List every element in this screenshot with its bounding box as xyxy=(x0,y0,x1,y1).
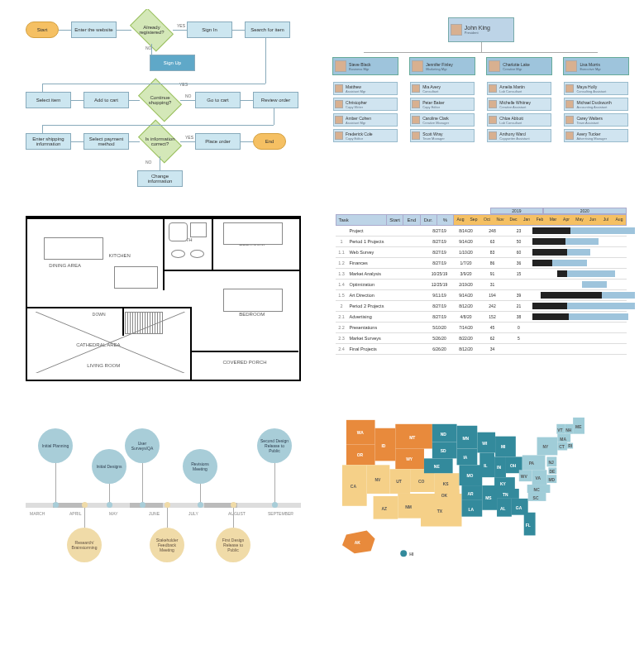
org-employee-box: Anthony WardCopywriter Assistant xyxy=(487,129,551,142)
svg-text:IL: IL xyxy=(484,464,487,468)
enter-website-step: Enter the website xyxy=(71,22,117,38)
select-item-step: Select item xyxy=(26,92,71,108)
timeline-month-label: SEPTEMBER xyxy=(268,511,293,516)
svg-text:NM: NM xyxy=(405,505,412,509)
svg-text:RI: RI xyxy=(568,445,573,449)
kitchen-label: KITCHEN xyxy=(109,253,131,258)
org-manager-box: Lisa MorrisExecutive Mgr xyxy=(563,57,629,75)
svg-text:CA: CA xyxy=(350,485,356,489)
svg-text:NY: NY xyxy=(542,446,549,450)
end-header: End xyxy=(403,215,420,225)
avatar xyxy=(565,100,574,108)
org-employee-box: Michael DuckworthAccounting Assistant xyxy=(564,98,628,111)
svg-text:NJ: NJ xyxy=(548,461,554,465)
avatar xyxy=(412,116,420,124)
org-employee-box: Mia AveryConsultant xyxy=(410,82,475,95)
gantt-row: 1.4Optimization12/25/192/19/2031 xyxy=(336,280,627,290)
svg-point-99 xyxy=(400,550,407,557)
timeline-event-bubble: Revisions Meeting xyxy=(183,449,217,484)
no-label-3: NO xyxy=(145,160,152,165)
avatar xyxy=(335,116,343,124)
gantt-month-header: Feb xyxy=(533,215,546,225)
svg-text:MA: MA xyxy=(560,437,566,442)
floor-plan-diagram: DINING AREA KITCHEN BATH BEDROOM BEDROOM… xyxy=(8,198,318,399)
timeline-event-bubble: Second Design Release to Public xyxy=(257,428,292,463)
svg-text:CT: CT xyxy=(559,446,565,450)
start-header: Start xyxy=(387,215,403,225)
svg-text:MS: MS xyxy=(485,496,492,500)
yes-label-3: YES xyxy=(185,135,193,140)
svg-text:OH: OH xyxy=(509,464,516,468)
svg-text:TN: TN xyxy=(502,493,508,497)
svg-text:UT: UT xyxy=(396,480,402,484)
svg-text:MO: MO xyxy=(466,474,473,478)
gantt-row: 1.1Web Survey8/27/191/10/208360 xyxy=(336,247,627,258)
timeline-month-label: JUNE xyxy=(149,511,160,516)
org-employee-box: Peter BakerCopy Editor xyxy=(410,98,475,111)
svg-text:CO: CO xyxy=(418,480,425,484)
svg-text:ME: ME xyxy=(575,425,582,429)
svg-text:AZ: AZ xyxy=(381,507,387,511)
org-employee-box: Scott WrayTeam Manager xyxy=(410,129,475,142)
avatar xyxy=(489,116,497,124)
gantt-row: 1Period 1 Projects8/27/199/14/206350 xyxy=(336,237,627,247)
avatar xyxy=(451,24,462,36)
end-terminal: End xyxy=(253,133,286,150)
svg-text:SC: SC xyxy=(532,496,538,500)
svg-text:KY: KY xyxy=(500,482,507,486)
svg-text:WY: WY xyxy=(406,457,413,461)
avatar xyxy=(565,116,574,124)
avatar xyxy=(412,131,420,140)
org-employee-box: Maya HollyConsulting Assistant xyxy=(564,82,628,95)
add-cart-step: Add to cart xyxy=(83,92,129,108)
sign-in-step: Sign In xyxy=(187,22,232,38)
svg-text:WI: WI xyxy=(482,442,488,446)
timeline-month-label: MARCH xyxy=(30,511,45,516)
gantt-row: 2.1Advertising8/27/194/8/2015238 xyxy=(336,312,627,323)
svg-text:MD: MD xyxy=(548,478,555,482)
start-terminal: Start xyxy=(26,22,59,38)
svg-text:KS: KS xyxy=(442,482,449,486)
org-employee-box: Avery TuckerAdvertising Manager xyxy=(564,129,628,142)
org-employee-box: Amelia MartinLab Consultant xyxy=(487,82,551,95)
gantt-month-header: Aug xyxy=(454,215,467,225)
avatar xyxy=(489,131,497,140)
timeline-event-bubble: User Surveys/QA xyxy=(125,428,160,463)
svg-text:VT: VT xyxy=(557,428,562,433)
cathedral-label: CATHEDRAL AREA xyxy=(76,342,120,347)
org-employee-box: Caroline ClarkCreative Manager xyxy=(410,113,475,127)
gantt-chart-diagram: 2019 2020 Task Start End Dur. % AugSepOc… xyxy=(327,198,637,364)
living-label: LIVING ROOM xyxy=(87,363,120,368)
org-manager-box: Jennifer FinleyMarketing Mgr xyxy=(409,57,475,75)
review-step: Review order xyxy=(253,92,298,108)
avatar xyxy=(335,100,343,108)
pct-header: % xyxy=(437,215,454,225)
org-employee-box: MatthewAssistant Mgr xyxy=(333,82,398,95)
svg-text:VA: VA xyxy=(535,476,541,480)
svg-text:AL: AL xyxy=(500,507,506,511)
org-employee-box: Frederick ColeCopy Editor xyxy=(333,129,398,142)
select-payment-step: Select payment method xyxy=(83,133,129,150)
change-info-step: Change information xyxy=(137,170,183,187)
timeline-month-label: AUGUST xyxy=(228,511,246,516)
org-employee-box: Michelle WhitneyCreative Assistant xyxy=(487,98,551,111)
gantt-month-header: Jul xyxy=(599,215,613,225)
svg-text:AK: AK xyxy=(354,541,360,545)
svg-text:SD: SD xyxy=(440,449,446,453)
avatar xyxy=(489,100,497,108)
gantt-month-header: Nov xyxy=(494,215,507,225)
bedroom2-label: BEDROOM xyxy=(239,312,265,317)
org-employee-box: Amber CohenAssistant Mgr xyxy=(333,113,398,127)
org-employee-box: ChristopherCopy Writer xyxy=(333,98,398,111)
gantt-month-header: Aug xyxy=(613,215,626,225)
avatar xyxy=(489,60,500,72)
gantt-row: 1.5Art Direction9/11/199/14/2019439 xyxy=(336,290,627,301)
svg-text:LA: LA xyxy=(468,508,474,512)
svg-text:NV: NV xyxy=(374,478,381,482)
org-chart-diagram: John KingPresident Steve BlackBusiness M… xyxy=(327,8,637,190)
gantt-row: 1.3Market Analysis10/25/193/9/209115 xyxy=(336,269,627,280)
gantt-row: 2.3Market Surveys5/26/208/22/20625 xyxy=(336,333,627,344)
svg-text:ID: ID xyxy=(381,444,385,448)
svg-text:OK: OK xyxy=(441,494,447,498)
avatar xyxy=(565,131,574,140)
